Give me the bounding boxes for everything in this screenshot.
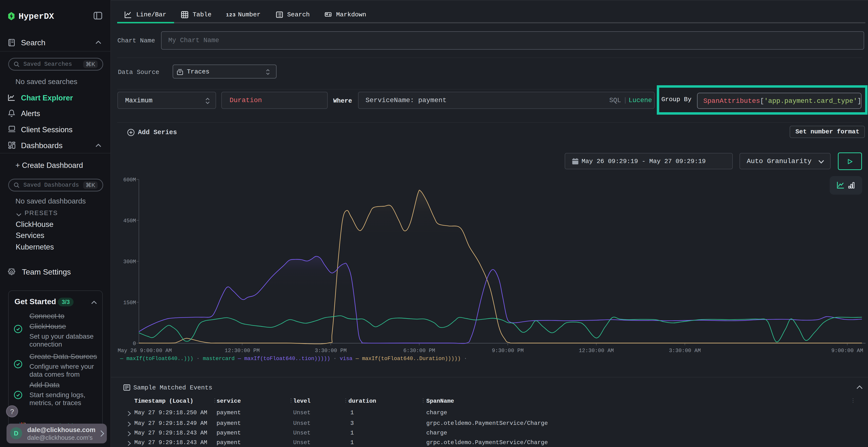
svg-text:9:30:00 PM: 9:30:00 PM bbox=[492, 348, 524, 354]
svg-text:May 26 9:00:00 AM: May 26 9:00:00 AM bbox=[118, 348, 172, 354]
svg-text:300M: 300M bbox=[123, 259, 136, 265]
svg-text:9:00:00 AM: 9:00:00 AM bbox=[831, 348, 863, 354]
svg-text:600M: 600M bbox=[123, 177, 136, 183]
svg-text:3:30:00 AM: 3:30:00 AM bbox=[669, 348, 701, 354]
svg-text:3:30:00 PM: 3:30:00 PM bbox=[315, 348, 347, 354]
svg-text:12:30:00 PM: 12:30:00 PM bbox=[225, 348, 260, 354]
svg-text:6:30:00 PM: 6:30:00 PM bbox=[403, 348, 435, 354]
svg-text:12:30:00 AM: 12:30:00 AM bbox=[579, 348, 614, 354]
svg-text:450M: 450M bbox=[123, 218, 136, 224]
svg-text:150M: 150M bbox=[123, 300, 136, 306]
svg-text:0: 0 bbox=[133, 341, 136, 347]
